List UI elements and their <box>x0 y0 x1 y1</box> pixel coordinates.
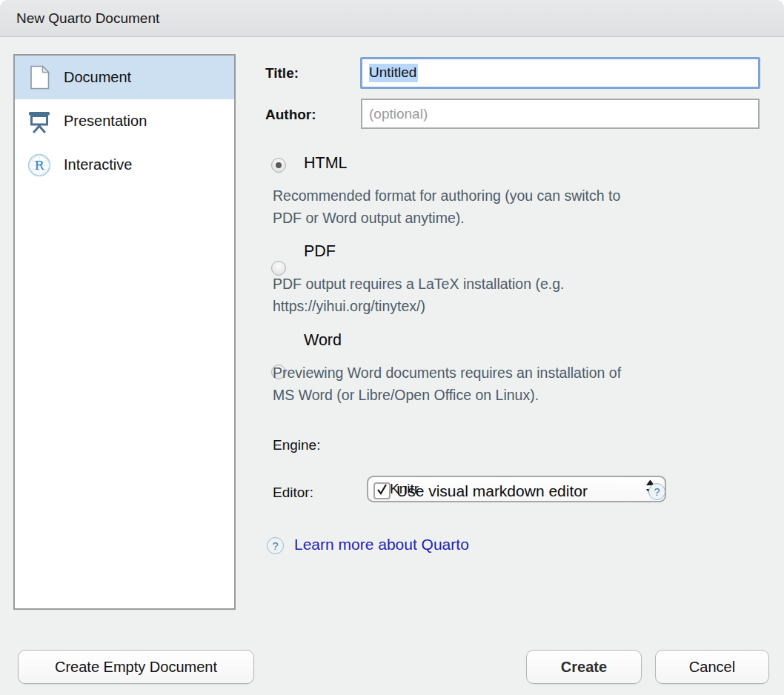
format-description-html: Recommended format for authoring (you ca… <box>273 184 777 229</box>
sidebar-item-label: Interactive <box>64 156 132 173</box>
title-input[interactable]: Untitled <box>360 57 760 89</box>
visual-editor-checkbox-label[interactable]: Use visual markdown editor <box>396 482 588 500</box>
author-label: Author: <box>265 107 316 123</box>
learn-more-help-icon[interactable]: ? <box>267 537 284 554</box>
document-icon <box>27 65 51 90</box>
dialog-titlebar[interactable]: New Quarto Document <box>0 0 784 37</box>
create-empty-document-button[interactable]: Create Empty Document <box>18 650 254 684</box>
dialog-title: New Quarto Document <box>0 10 159 27</box>
visual-editor-checkbox[interactable] <box>373 482 391 499</box>
sidebar-item-document[interactable]: Document <box>15 56 234 99</box>
document-type-list: Document Presentation R <box>13 54 236 610</box>
format-radio-html[interactable] <box>271 158 286 173</box>
format-description-word: Previewing Word documents requires an in… <box>273 362 777 406</box>
format-description-pdf: PDF output requires a LaTeX installation… <box>273 273 777 317</box>
format-label-pdf[interactable]: PDF <box>304 242 336 261</box>
sidebar-item-label: Presentation <box>64 113 147 130</box>
checkmark-icon <box>376 483 388 499</box>
format-label-html[interactable]: HTML <box>304 154 348 173</box>
cancel-button[interactable]: Cancel <box>655 650 769 684</box>
author-input-placeholder: (optional) <box>369 106 428 122</box>
presentation-icon <box>27 109 51 134</box>
sidebar-item-interactive[interactable]: R Interactive <box>15 143 234 187</box>
learn-more-link[interactable]: Learn more about Quarto <box>294 536 469 553</box>
visual-editor-help-icon[interactable]: ? <box>648 483 665 500</box>
svg-text:R: R <box>35 158 45 173</box>
format-label-word[interactable]: Word <box>304 331 342 350</box>
engine-label: Engine: <box>273 437 320 453</box>
title-input-selected-text: Untitled <box>369 64 418 82</box>
editor-label: Editor: <box>273 485 313 501</box>
author-input[interactable]: (optional) <box>361 99 760 129</box>
sidebar-item-presentation[interactable]: Presentation <box>15 99 234 143</box>
shiny-sphere-icon: R <box>27 153 51 178</box>
title-label: Title: <box>265 65 299 82</box>
create-button[interactable]: Create <box>526 650 642 684</box>
sidebar-item-label: Document <box>64 69 131 86</box>
new-quarto-document-dialog: New Quarto Document Document <box>0 0 784 695</box>
